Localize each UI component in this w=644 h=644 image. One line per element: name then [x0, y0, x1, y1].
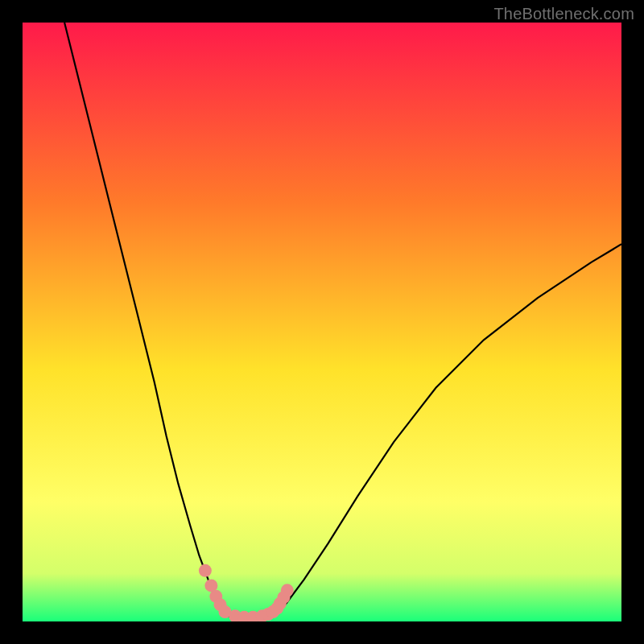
bottleneck-curve-chart — [23, 23, 621, 621]
gradient-background — [23, 23, 621, 621]
plot-area — [23, 23, 621, 621]
outer-frame: TheBottleneck.com — [0, 0, 644, 644]
marker-dot — [199, 564, 212, 577]
watermark-text: TheBottleneck.com — [493, 5, 634, 23]
marker-dot — [281, 584, 294, 597]
